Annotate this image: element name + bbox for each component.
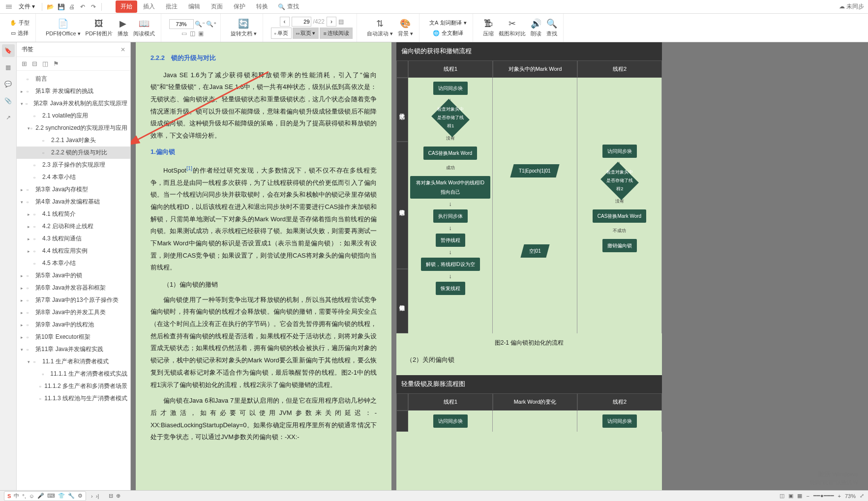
comment-rail-icon[interactable]: 💬 xyxy=(2,78,15,90)
print-icon[interactable]: 🖨 xyxy=(67,2,77,12)
find-button[interactable]: 🔍查找 xyxy=(544,17,559,38)
thumbnail-rail-icon[interactable]: ▦ xyxy=(2,61,15,74)
expand-toggle-icon[interactable]: ▸ xyxy=(21,273,27,278)
open-icon[interactable]: 📂 xyxy=(45,2,55,12)
ime-toolbox-icon[interactable]: 🔧 xyxy=(68,493,75,499)
fit-page-icon[interactable]: ◫ xyxy=(190,30,195,37)
bookmark-item[interactable]: ▸▫4.1 线程简介 xyxy=(17,208,130,220)
save-icon[interactable]: 💾 xyxy=(56,2,66,12)
ime-bar[interactable]: S 中 °, ☺ 🎤 ⌨ 👕 🔧 ⚙ xyxy=(4,491,86,501)
tab-protect[interactable]: 保护 xyxy=(229,0,250,13)
background[interactable]: 🎨背景 ▾ xyxy=(396,17,415,38)
actual-size-icon[interactable]: ▣ xyxy=(198,30,204,37)
ime-keyboard-icon[interactable]: ⌨ xyxy=(47,493,55,499)
sb-book-icon[interactable]: ▣ xyxy=(788,493,793,499)
bookmark-item[interactable]: ▸▫第8章 Java中的并发工具类 xyxy=(17,306,130,319)
undo-icon[interactable]: ↶ xyxy=(78,2,88,12)
continuous-mode[interactable]: ≡ 连续阅读 xyxy=(320,28,352,39)
expand-toggle-icon[interactable]: ▸ xyxy=(28,224,33,229)
expand-toggle-icon[interactable]: ▸ xyxy=(21,298,27,303)
word-translate[interactable]: 文A 划词翻译 ▾ xyxy=(427,18,469,28)
page-input[interactable] xyxy=(292,17,311,27)
tab-insert[interactable]: 插入 xyxy=(138,0,160,13)
expand-toggle-icon[interactable]: ▾ xyxy=(21,200,27,205)
ime-settings-icon[interactable]: ⚙ xyxy=(78,493,83,499)
bookmark-item[interactable]: ▸▫第10章 Executor框架 xyxy=(17,331,130,343)
bookmark-item[interactable]: ▸▫第9章 Java中的线程池 xyxy=(17,319,130,331)
sb-nav-last[interactable]: ›| xyxy=(96,493,99,499)
expand-toggle-icon[interactable]: ▸ xyxy=(28,212,33,217)
ime-lang[interactable]: 中 xyxy=(14,492,19,500)
page-list-icon[interactable]: ▤ xyxy=(338,18,344,25)
bookmark-item[interactable]: ▸▫4.3 线程间通信 xyxy=(17,233,130,245)
tab-page[interactable]: 页面 xyxy=(206,0,228,13)
sb-nav-prev[interactable]: › xyxy=(91,493,93,499)
next-page[interactable]: › xyxy=(327,17,336,27)
bookmark-item[interactable]: ▾▫第11章 Java并发编程实践 xyxy=(17,343,130,355)
bookmark-item[interactable]: ▫前言 xyxy=(17,73,130,85)
bookmark-tree[interactable]: ▫前言▸▫第1章 并发编程的挑战▾▫第2章 Java并发机制的底层实现原理▫2.… xyxy=(17,71,130,490)
zoom-in-icon[interactable]: 🔍⁺ xyxy=(206,21,216,28)
expand-toggle-icon[interactable]: ▾ xyxy=(21,347,27,352)
sb-minus[interactable]: ⊟ xyxy=(109,493,113,499)
expand-toggle-icon[interactable]: ▾ xyxy=(28,359,33,364)
file-menu[interactable]: 文件 ▾ xyxy=(15,0,39,13)
bookmark-item[interactable]: ▾▫第2章 Java并发机制的底层实现原理 xyxy=(17,97,130,110)
sb-zoom-in[interactable]: + xyxy=(838,493,841,499)
tab-edit[interactable]: 编辑 xyxy=(183,0,205,13)
pdf-to-office[interactable]: 📄PDF转Office ▾ xyxy=(44,17,83,38)
bookmark-item[interactable]: ▫2.2.1 Java对象头 xyxy=(17,134,130,147)
expand-toggle-icon[interactable]: ▸ xyxy=(21,335,27,340)
bookmark-item[interactable]: ▸▫第3章 Java内存模型 xyxy=(17,183,130,196)
bookmark-item[interactable]: ▸▫第7章 Java中的13个原子操作类 xyxy=(17,294,130,306)
tab-convert[interactable]: 转换 xyxy=(251,0,273,13)
expand-toggle-icon[interactable]: ▸ xyxy=(28,236,33,241)
rotate-doc[interactable]: 🔄旋转文档 ▾ xyxy=(229,17,259,38)
document-viewport[interactable]: 2.2.2 锁的升级与对比 Java SE 1.6为了减少获得锁和释放锁带来的性… xyxy=(131,42,868,490)
full-translate[interactable]: 🌐 全文翻译 xyxy=(431,29,465,38)
sb-view-icon[interactable]: ◫ xyxy=(779,493,784,499)
tab-comment[interactable]: 批注 xyxy=(161,0,182,13)
sb-grid-icon[interactable]: ▦ xyxy=(797,493,802,499)
bookmark-item[interactable]: ▫2.4 本章小结 xyxy=(17,171,130,183)
bookmark-add-icon[interactable]: ◫ xyxy=(42,60,48,67)
bookmark-item[interactable]: ▫11.1.2 多生产者和多消费者场景 xyxy=(17,380,130,392)
double-page-mode[interactable]: ▫▫ 双页 ▾ xyxy=(293,28,319,39)
compress[interactable]: 🗜压缩 xyxy=(481,18,496,38)
expand-toggle-icon[interactable]: ▸ xyxy=(21,323,27,327)
sb-zoom-out[interactable]: − xyxy=(806,493,809,499)
screenshot-compare[interactable]: ✂截图和对比 xyxy=(497,17,528,38)
expand-toggle-icon[interactable]: ▸ xyxy=(21,310,27,315)
search-menu[interactable]: 🔍 查找 xyxy=(274,0,303,13)
sb-zoom-value[interactable]: 73% xyxy=(845,493,856,499)
expand-toggle-icon[interactable]: ▸ xyxy=(21,286,27,291)
read-mode[interactable]: 📖阅读模式 xyxy=(131,17,157,38)
bookmark-flag-icon[interactable]: ⚑ xyxy=(53,60,59,67)
fit-width-icon[interactable]: ▭ xyxy=(181,30,187,37)
bookmark-item[interactable]: ▸▫4.4 线程应用实例 xyxy=(17,245,130,257)
attachment-rail-icon[interactable]: 📎 xyxy=(2,94,15,107)
redo-icon[interactable]: ↷ xyxy=(89,2,98,12)
zoom-input[interactable] xyxy=(169,19,194,29)
sb-plus[interactable]: ⊕ xyxy=(116,493,120,499)
bookmark-item[interactable]: ▫11.1.1 生产者消费者模式实战 xyxy=(17,368,130,380)
bookmark-item[interactable]: ▫11.1.3 线程池与生产消费者模式 xyxy=(17,392,130,405)
expand-all-icon[interactable]: ⊞ xyxy=(22,60,27,67)
hand-tool[interactable]: ✋ 手型 xyxy=(8,18,31,28)
bookmark-item[interactable]: ▸▫4.2 启动和终止线程 xyxy=(17,220,130,233)
bookmark-item[interactable]: ▫2.1 volatile的应用 xyxy=(17,110,130,122)
bookmark-item[interactable]: ▾▫第4章 Java并发编程基础 xyxy=(17,196,130,208)
sync-status[interactable]: ☁ 未同步 xyxy=(839,2,864,11)
bookmark-item[interactable]: ▾▫2.2 synchronized的实现原理与应用 xyxy=(17,122,130,134)
bookmark-item[interactable]: ▸▫第1章 并发编程的挑战 xyxy=(17,85,130,97)
bookmark-item[interactable]: ▫4.5 本章小结 xyxy=(17,257,130,269)
read-aloud[interactable]: 🔊朗读 xyxy=(529,17,543,38)
prev-page[interactable]: ‹ xyxy=(280,17,290,27)
expand-toggle-icon[interactable]: ▸ xyxy=(21,89,27,94)
auto-scroll[interactable]: ⇅自动滚动 ▾ xyxy=(365,17,395,38)
bookmark-item[interactable]: ▸▫第6章 Java并发容器和框架 xyxy=(17,282,130,294)
share-rail-icon[interactable]: ↗ xyxy=(2,111,15,124)
single-page-mode[interactable]: ▫ 单页 xyxy=(271,28,292,39)
select-tool[interactable]: ▭ 选择 xyxy=(9,29,30,38)
tab-start[interactable]: 开始 xyxy=(116,0,137,13)
